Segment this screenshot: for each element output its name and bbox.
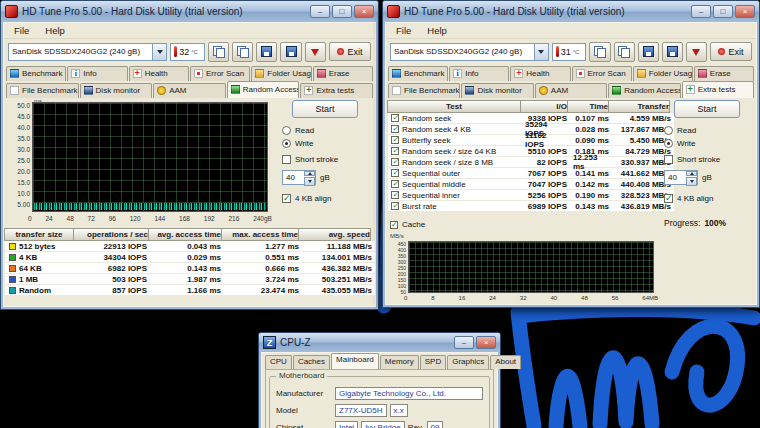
tab-spd[interactable]: SPD: [420, 355, 446, 369]
test-checkbox[interactable]: [391, 125, 399, 133]
menu-file[interactable]: File: [388, 24, 419, 37]
test-checkbox[interactable]: [391, 202, 399, 210]
tab-health[interactable]: Health: [129, 66, 189, 81]
menu-file[interactable]: File: [6, 24, 37, 37]
copy-screenshot-button[interactable]: [208, 42, 229, 62]
test-row[interactable]: Sequential inner 5256 IOPS 0.190 ms 328.…: [388, 190, 674, 201]
test-checkbox[interactable]: [391, 147, 399, 155]
minimize-icon[interactable]: [691, 5, 711, 18]
tab-mainboard[interactable]: Mainboard: [331, 353, 379, 369]
tab-random-access[interactable]: Random Access: [608, 83, 680, 98]
info-icon: [453, 69, 462, 78]
tab-disk-monitor[interactable]: Disk monitor: [461, 83, 533, 98]
max-access-time: 0.551 ms: [225, 252, 303, 262]
tab-file-benchmark[interactable]: File Benchmark: [6, 83, 79, 98]
tab-erase[interactable]: Erase: [313, 66, 373, 81]
exit-button[interactable]: Exit: [329, 42, 371, 61]
tab-benchmark[interactable]: Benchmark: [388, 66, 448, 81]
spin-down-button[interactable]: [686, 42, 707, 62]
minimize-icon[interactable]: [310, 5, 330, 18]
test-checkbox[interactable]: [391, 114, 399, 122]
drive-select[interactable]: SanDisk SDSSDX240GG2 (240 gB): [390, 43, 549, 61]
tab-error-scan[interactable]: Error Scan: [572, 66, 632, 81]
tab-graphics[interactable]: Graphics: [447, 355, 489, 369]
spin-down-button[interactable]: [305, 42, 326, 62]
test-checkbox[interactable]: [391, 136, 399, 144]
tab-random-access[interactable]: Random Access: [227, 81, 300, 98]
save-screenshot-button[interactable]: [638, 42, 659, 62]
tab-extra-tests[interactable]: Extra tests: [300, 83, 373, 98]
close-icon[interactable]: [476, 336, 496, 349]
maximize-icon[interactable]: [332, 5, 352, 18]
test-label: Random seek / size 64 KB: [402, 147, 496, 156]
tab-info[interactable]: Info: [449, 66, 509, 81]
minimize-icon[interactable]: [454, 336, 474, 349]
test-row[interactable]: Sequential middle 7047 IOPS 0.142 ms 440…: [388, 179, 674, 190]
tab-info[interactable]: Info: [67, 66, 127, 81]
tab-disk-monitor[interactable]: Disk monitor: [80, 83, 153, 98]
start-button[interactable]: Start: [674, 100, 740, 118]
close-icon[interactable]: [735, 5, 755, 18]
x-tick: 32: [520, 295, 527, 301]
tab-benchmark[interactable]: Benchmark: [6, 66, 66, 81]
maximize-icon[interactable]: [713, 5, 733, 18]
tab-folder-usage[interactable]: Folder Usage: [251, 66, 311, 81]
close-icon[interactable]: [354, 5, 374, 18]
test-row[interactable]: Burst rate 6989 IOPS 0.143 ms 436.819 MB…: [388, 201, 674, 212]
write-radio[interactable]: [664, 139, 673, 148]
drive-select[interactable]: SanDisk SDSSDX240GG2 (240 gB): [8, 43, 167, 61]
align-checkbox[interactable]: [664, 194, 673, 203]
y-tick: 50.0: [17, 102, 30, 109]
short-stroke-checkbox[interactable]: [282, 155, 291, 164]
manufacturer-row: Manufacturer Gigabyte Technology Co., Lt…: [276, 387, 483, 400]
tab-aam[interactable]: AAM: [153, 83, 226, 98]
window-body: File Help SanDisk SDSSDX240GG2 (240 gB) …: [3, 22, 376, 307]
tab-folder-usage[interactable]: Folder Usage: [633, 66, 693, 81]
stroke-size-input[interactable]: 40: [664, 170, 698, 185]
copy-results-button[interactable]: [232, 42, 253, 62]
test-row[interactable]: Butterfly seek 11162 IOPS 0.090 ms 5.450…: [388, 135, 674, 146]
tab-about[interactable]: About: [490, 355, 521, 369]
cache-checkbox[interactable]: [390, 221, 398, 229]
stroke-size-input[interactable]: 40: [282, 170, 316, 185]
spin-down-icon[interactable]: [304, 177, 315, 186]
titlebar[interactable]: HD Tune Pro 5.00 - Hard Disk Utility (tr…: [1, 1, 378, 22]
test-row[interactable]: Random seek / size 64 KB 5510 IOPS 0.181…: [388, 146, 674, 157]
spin-up-icon[interactable]: [304, 171, 315, 176]
menu-help[interactable]: Help: [419, 24, 455, 37]
chevron-down-icon[interactable]: [534, 44, 548, 60]
test-row[interactable]: Random seek / size 8 MB 82 IOPS 12.253 m…: [388, 157, 674, 168]
align-checkbox[interactable]: [282, 194, 291, 203]
test-checkbox[interactable]: [391, 180, 399, 188]
titlebar[interactable]: CPU-Z: [259, 333, 500, 352]
tab-caches[interactable]: Caches: [293, 355, 330, 369]
test-checkbox[interactable]: [391, 169, 399, 177]
start-button[interactable]: Start: [292, 100, 358, 118]
save-results-button[interactable]: [280, 42, 301, 62]
read-radio[interactable]: [664, 126, 673, 135]
tab-erase[interactable]: Erase: [694, 66, 754, 81]
tab-memory[interactable]: Memory: [380, 355, 419, 369]
menu-help[interactable]: Help: [37, 24, 73, 37]
copy-screenshot-button[interactable]: [589, 42, 610, 62]
test-row[interactable]: Sequential outer 7067 IOPS 0.141 ms 441.…: [388, 168, 674, 179]
copy-results-button[interactable]: [614, 42, 635, 62]
chevron-down-icon[interactable]: [152, 44, 166, 60]
short-stroke-checkbox[interactable]: [664, 155, 673, 164]
save-screenshot-button[interactable]: [256, 42, 277, 62]
save-results-button[interactable]: [662, 42, 683, 62]
test-checkbox[interactable]: [391, 158, 399, 166]
tab-file-benchmark[interactable]: File Benchmark: [388, 83, 460, 98]
test-checkbox[interactable]: [391, 191, 399, 199]
tab-extra-tests[interactable]: Extra tests: [682, 81, 754, 98]
write-radio[interactable]: [282, 139, 291, 148]
read-radio[interactable]: [282, 126, 291, 135]
titlebar[interactable]: HD Tune Pro 5.00 - Hard Disk Utility (tr…: [383, 1, 759, 22]
exit-button[interactable]: Exit: [710, 42, 752, 61]
tab-aam[interactable]: AAM: [535, 83, 607, 98]
tab-cpu[interactable]: CPU: [265, 355, 292, 369]
spin-down-icon[interactable]: [686, 177, 697, 186]
tab-error-scan[interactable]: Error Scan: [190, 66, 250, 81]
tab-health[interactable]: Health: [510, 66, 570, 81]
spin-up-icon[interactable]: [686, 171, 697, 176]
